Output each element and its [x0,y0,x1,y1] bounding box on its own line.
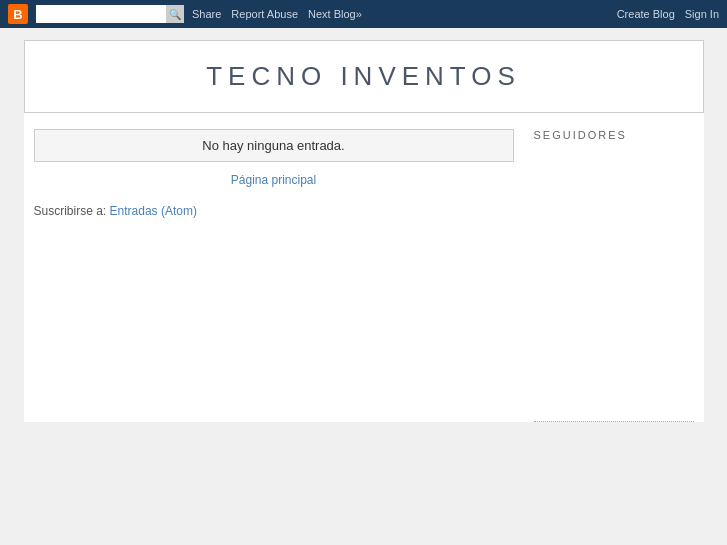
blogger-logo: B [8,4,28,24]
search-button[interactable]: 🔍 [166,5,184,23]
blog-header: TECNO INVENTOS [24,40,704,113]
navbar: B 🔍 Share Report Abuse Next Blog» Create… [0,0,727,28]
no-entry-box: No hay ninguna entrada. [34,129,514,162]
pagina-principal-link[interactable]: Página principal [231,173,316,187]
share-link[interactable]: Share [192,8,221,20]
sign-in-link[interactable]: Sign In [685,8,719,20]
sidebar: SEGUIDORES [534,129,694,422]
blogger-logo-letter: B [13,7,22,22]
page: TECNO INVENTOS No hay ninguna entrada. P… [24,40,704,422]
main-column: No hay ninguna entrada. Página principal… [34,129,514,422]
next-blog-link[interactable]: Next Blog» [308,8,362,20]
entradas-atom-link[interactable]: Entradas (Atom) [110,204,197,218]
create-blog-link[interactable]: Create Blog [617,8,675,20]
pagina-principal-container: Página principal [34,172,514,188]
suscribirse-section: Suscribirse a: Entradas (Atom) [34,204,514,218]
search-box: 🔍 [36,5,184,23]
seguidores-title: SEGUIDORES [534,129,694,141]
nav-links: Share Report Abuse Next Blog» [192,8,609,20]
content-area: No hay ninguna entrada. Página principal… [24,129,704,422]
blog-title: TECNO INVENTOS [35,61,693,92]
report-abuse-link[interactable]: Report Abuse [231,8,298,20]
suscribirse-prefix: Suscribirse a: [34,204,110,218]
nav-right: Create Blog Sign In [617,8,719,20]
search-input[interactable] [36,5,166,23]
no-entry-text: No hay ninguna entrada. [202,138,344,153]
sidebar-divider [534,421,694,422]
